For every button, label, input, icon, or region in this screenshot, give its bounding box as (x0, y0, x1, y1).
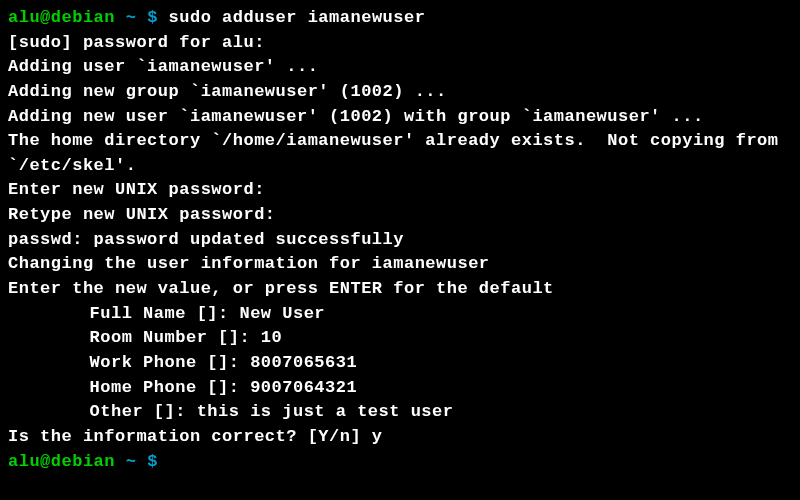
output-adding-user: Adding user `iamanewuser' ... (8, 55, 792, 80)
output-home-dir: The home directory `/home/iamanewuser' a… (8, 129, 792, 178)
prompt-separator: ~ $ (115, 8, 169, 27)
prompt-separator: ~ $ (115, 452, 169, 471)
output-home-phone: Home Phone []: 9007064321 (8, 376, 792, 401)
prompt-user-host: alu@debian (8, 452, 115, 471)
output-retype-password: Retype new UNIX password: (8, 203, 792, 228)
prompt-user-host: alu@debian (8, 8, 115, 27)
command-line-2[interactable]: alu@debian ~ $ (8, 450, 792, 475)
output-changing-info: Changing the user information for iamane… (8, 252, 792, 277)
output-work-phone: Work Phone []: 8007065631 (8, 351, 792, 376)
command-line-1: alu@debian ~ $ sudo adduser iamanewuser (8, 6, 792, 31)
output-enter-value: Enter the new value, or press ENTER for … (8, 277, 792, 302)
output-confirm: Is the information correct? [Y/n] y (8, 425, 792, 450)
output-sudo-password: [sudo] password for alu: (8, 31, 792, 56)
command-text: sudo adduser iamanewuser (169, 8, 426, 27)
output-room-number: Room Number []: 10 (8, 326, 792, 351)
output-full-name: Full Name []: New User (8, 302, 792, 327)
output-passwd-success: passwd: password updated successfully (8, 228, 792, 253)
output-adding-group: Adding new group `iamanewuser' (1002) ..… (8, 80, 792, 105)
output-other: Other []: this is just a test user (8, 400, 792, 425)
output-adding-new-user: Adding new user `iamanewuser' (1002) wit… (8, 105, 792, 130)
output-enter-password: Enter new UNIX password: (8, 178, 792, 203)
